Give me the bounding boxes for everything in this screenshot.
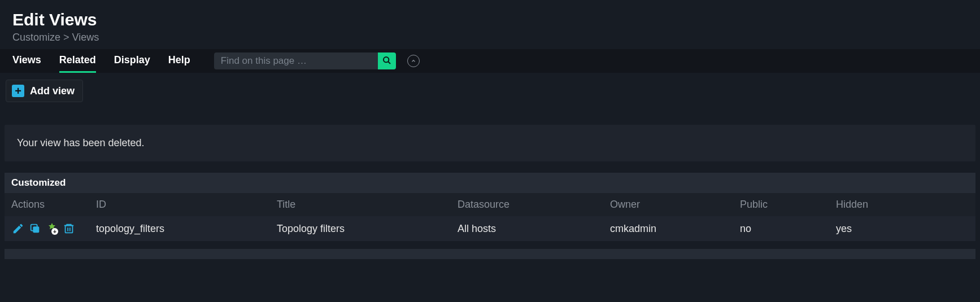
svg-point-0 <box>384 57 389 62</box>
plus-icon: + <box>12 85 24 97</box>
menu-help[interactable]: Help <box>168 49 190 73</box>
menu-related[interactable]: Related <box>59 49 96 73</box>
collapse-button[interactable] <box>407 55 420 67</box>
col-owner-header[interactable]: Owner <box>610 199 740 211</box>
table-header: Actions ID Title Datasource Owner Public… <box>5 193 975 216</box>
menu-views[interactable]: Views <box>12 49 41 73</box>
col-hidden-header[interactable]: Hidden <box>836 199 969 211</box>
svg-text:+: + <box>53 229 56 235</box>
edit-icon[interactable] <box>11 222 25 235</box>
section-title: Customized <box>5 173 975 193</box>
customized-section: Customized Actions ID Title Datasource O… <box>5 173 975 241</box>
menu-bar: Views Related Display Help <box>0 49 980 73</box>
col-datasource-header[interactable]: Datasource <box>458 199 610 211</box>
page-title: Edit Views <box>12 10 968 29</box>
cell-hidden: yes <box>836 223 969 235</box>
col-actions-header: Actions <box>11 199 96 211</box>
next-section-header <box>5 249 975 259</box>
search-icon <box>382 56 391 67</box>
table-row: + topology_filters Topology filters All … <box>5 216 975 241</box>
cell-public: no <box>740 223 836 235</box>
col-public-header[interactable]: Public <box>740 199 836 211</box>
create-icon[interactable]: + <box>45 222 59 235</box>
cell-owner: cmkadmin <box>610 223 740 235</box>
notice-text: Your view has been deleted. <box>17 137 145 148</box>
add-view-label: Add view <box>30 85 75 97</box>
svg-rect-6 <box>66 226 73 233</box>
chevron-up-icon <box>411 55 416 67</box>
add-view-button[interactable]: + Add view <box>6 80 83 102</box>
breadcrumb[interactable]: Customize > Views <box>12 32 968 43</box>
svg-line-1 <box>388 62 390 64</box>
col-id-header[interactable]: ID <box>96 199 277 211</box>
search-button[interactable] <box>378 52 396 69</box>
col-title-header[interactable]: Title <box>277 199 458 211</box>
cell-title: Topology filters <box>277 223 458 235</box>
menu-display[interactable]: Display <box>114 49 150 73</box>
cell-id: topology_filters <box>96 223 277 235</box>
cell-datasource: All hosts <box>458 223 610 235</box>
svg-rect-2 <box>33 226 39 233</box>
notice-banner: Your view has been deleted. <box>5 125 975 161</box>
delete-icon[interactable] <box>62 222 76 235</box>
search-input[interactable] <box>214 52 378 69</box>
clone-icon[interactable] <box>28 222 42 235</box>
